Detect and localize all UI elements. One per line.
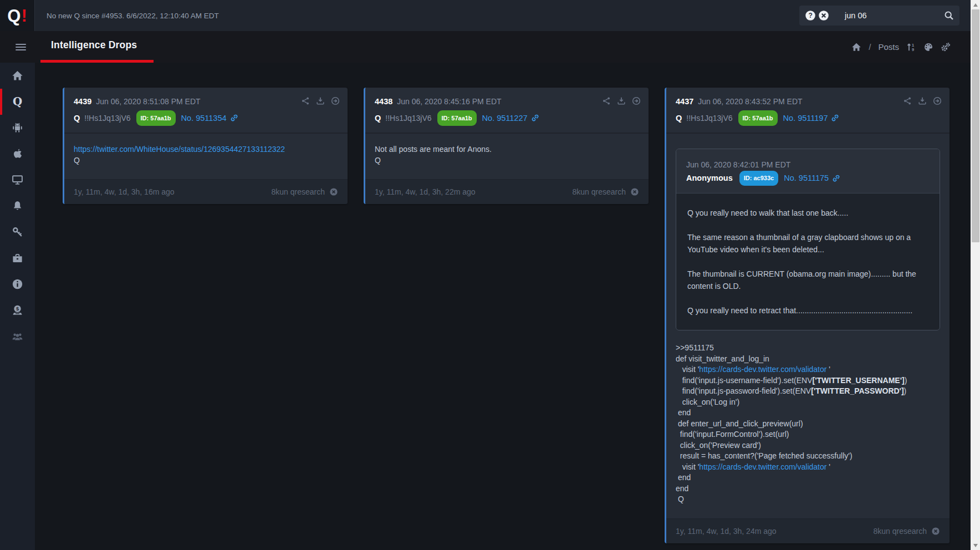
- quote-permalink-icon[interactable]: [832, 174, 840, 182]
- sidebar-item-users[interactable]: [0, 323, 35, 349]
- topbar: Q ! No new Q since #4953. 6/6/2022, 12:1…: [0, 0, 971, 31]
- open-post-icon[interactable]: [632, 96, 641, 105]
- permalink-icon[interactable]: [831, 114, 839, 122]
- scroll-down-button[interactable]: [971, 541, 980, 550]
- posts-grid: 4439 Jun 06, 2020 8:51:08 PM EDT Q !!Hs1…: [35, 63, 971, 550]
- sidebar-item-bell[interactable]: [0, 193, 35, 219]
- sidebar-item-apple[interactable]: [0, 141, 35, 167]
- post-number: 4438: [375, 95, 392, 108]
- share-post-icon[interactable]: [903, 96, 912, 105]
- post-source: 8kun qresearch: [271, 187, 325, 196]
- download-post-icon[interactable]: [316, 96, 325, 105]
- post-footer: 1y, 11m, 4w, 1d, 3h, 24m ago 8kun qresea…: [666, 518, 950, 543]
- sidebar-item-home[interactable]: [0, 63, 35, 89]
- download-post-icon[interactable]: [918, 96, 927, 105]
- sidebar-item-desktop[interactable]: [0, 167, 35, 193]
- svg-text:$: $: [16, 306, 19, 312]
- download-post-icon[interactable]: [617, 96, 626, 105]
- share-post-icon[interactable]: [301, 96, 310, 105]
- sidebar-item-q-drop[interactable]: Q: [0, 89, 35, 115]
- post-card: 4437 Jun 06, 2020 8:43:52 PM EDT Q !!Hs1…: [665, 88, 950, 543]
- menu-toggle-icon[interactable]: [16, 42, 26, 52]
- post-card-header: 4439 Jun 06, 2020 8:51:08 PM EDT Q !!Hs1…: [64, 88, 348, 134]
- sidebar-item-donate[interactable]: $: [0, 297, 35, 323]
- toolbox-icon: [12, 252, 23, 264]
- sort-numeric-icon[interactable]: 19: [906, 42, 916, 52]
- code-inline-link[interactable]: https://cards-dev.twitter.com/validator: [699, 365, 829, 374]
- code-line: end: [676, 408, 940, 419]
- sidebar-item-toolbox[interactable]: [0, 245, 35, 271]
- search-input[interactable]: jun 06: [845, 11, 944, 20]
- settings-gears-icon[interactable]: [941, 42, 951, 52]
- post-footer: 1y, 11m, 4w, 1d, 3h, 16m ago 8kun qresea…: [64, 179, 348, 204]
- sidebar-item-android[interactable]: [0, 115, 35, 141]
- scrollbar-thumb[interactable]: [972, 9, 979, 242]
- post-card-header: 4437 Jun 06, 2020 8:43:52 PM EDT Q !!Hs1…: [666, 88, 950, 134]
- open-post-icon[interactable]: [331, 96, 340, 105]
- post-author: Q: [74, 112, 80, 124]
- post-source: 8kun qresearch: [873, 527, 927, 536]
- search-icon[interactable]: [944, 11, 954, 21]
- quote-author: Anonymous: [686, 172, 733, 184]
- apple-icon: [12, 148, 23, 160]
- post-tripcode: !!Hs1Jq13jV6: [385, 112, 431, 124]
- quote-number-link[interactable]: No. 9511175: [784, 172, 829, 184]
- status-text: No new Q since #4953. 6/6/2022, 12:10:40…: [47, 12, 219, 20]
- code-line: find('input.FormControl').set(url): [676, 429, 940, 440]
- code-line: result = has_content?('Page fetched succ…: [676, 451, 940, 462]
- post-body-link[interactable]: https://twitter.com/WhiteHouse/status/12…: [74, 145, 285, 154]
- poster-id-badge: ID: 57aa1b: [437, 110, 477, 126]
- scroll-up-button[interactable]: [971, 0, 980, 9]
- post-age: 1y, 11m, 4w, 1d, 3h, 22m ago: [375, 187, 476, 196]
- source-ban-icon[interactable]: [931, 527, 940, 536]
- source-ban-icon[interactable]: [329, 187, 338, 196]
- quote-paragraph: Q you really need to retract that.......…: [687, 304, 928, 317]
- post-link-line: https://twitter.com/WhiteHouse/status/12…: [74, 144, 338, 155]
- post-source: 8kun qresearch: [572, 187, 626, 196]
- post-tripcode: !!Hs1Jq13jV6: [84, 112, 130, 124]
- share-post-icon[interactable]: [602, 96, 611, 105]
- code-line: click_on('Log in'): [676, 397, 940, 408]
- code-line: visit 'https://cards-dev.twitter.com/val…: [676, 364, 940, 375]
- post-timestamp: Jun 06, 2020 8:45:16 PM EDT: [397, 95, 501, 108]
- clear-search-icon[interactable]: [818, 10, 829, 21]
- post-body: Not all posts are meant for Anons.Q: [365, 134, 649, 179]
- page-header: Intelligence Drops / Posts 19: [0, 31, 971, 63]
- code-inline-link[interactable]: https://cards-dev.twitter.com/validator: [699, 462, 829, 471]
- post-body: Jun 06, 2020 8:42:01 PM EDT Anonymous ID…: [666, 134, 950, 518]
- quote-paragraph: Q you really need to walk that last one …: [687, 207, 928, 219]
- app-window: Q ! No new Q since #4953. 6/6/2022, 12:1…: [0, 0, 980, 550]
- app-logo[interactable]: Q !: [0, 0, 35, 31]
- post-text-line: Q: [375, 155, 639, 166]
- permalink-icon[interactable]: [230, 114, 238, 122]
- post-author: Q: [676, 112, 682, 124]
- sidebar-item-info-circle[interactable]: [0, 271, 35, 297]
- poster-id-badge: ID: 57aa1b: [136, 110, 176, 126]
- open-post-icon[interactable]: [933, 96, 942, 105]
- post-number-link[interactable]: No. 9511197: [783, 112, 828, 124]
- breadcrumb-posts[interactable]: Posts: [878, 42, 899, 52]
- code-line: end: [676, 472, 940, 483]
- home-icon[interactable]: [851, 42, 861, 52]
- home-icon: [12, 70, 23, 82]
- quoted-post: Jun 06, 2020 8:42:01 PM EDT Anonymous ID…: [676, 149, 940, 331]
- desktop-icon: [12, 174, 23, 186]
- breadcrumb-separator: /: [869, 42, 871, 52]
- post-number: 4439: [74, 95, 91, 108]
- post-number-link[interactable]: No. 9511354: [181, 112, 227, 124]
- theme-palette-icon[interactable]: [923, 42, 933, 52]
- post-body: https://twitter.com/WhiteHouse/status/12…: [64, 134, 348, 179]
- logo-exclamation: !: [21, 7, 27, 24]
- scrollbar[interactable]: [971, 0, 980, 550]
- q-drop-icon: Q: [12, 96, 23, 108]
- quote-paragraph: The same reason a thumbnail of a gray cl…: [687, 231, 928, 256]
- sidebar-item-key[interactable]: [0, 219, 35, 245]
- help-icon[interactable]: ?: [805, 10, 816, 21]
- post-number-link[interactable]: No. 9511227: [482, 112, 528, 124]
- post-age: 1y, 11m, 4w, 1d, 3h, 24m ago: [676, 527, 777, 536]
- source-ban-icon[interactable]: [630, 187, 639, 196]
- post-timestamp: Jun 06, 2020 8:51:08 PM EDT: [96, 95, 200, 108]
- permalink-icon[interactable]: [531, 114, 539, 122]
- donate-icon: $: [12, 304, 23, 316]
- search-box[interactable]: ? jun 06: [799, 6, 959, 26]
